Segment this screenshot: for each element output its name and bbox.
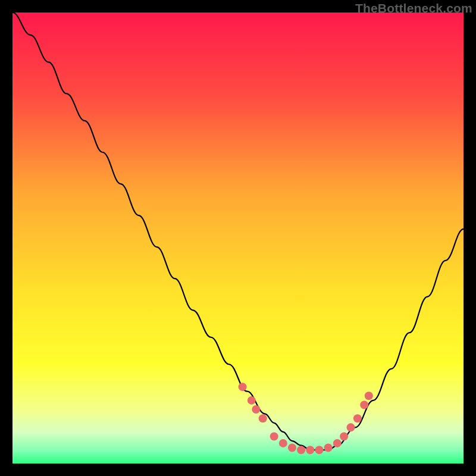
chart-frame	[12, 12, 464, 464]
marker-dot	[306, 446, 314, 454]
watermark-text: TheBottleneck.com	[355, 1, 472, 15]
marker-dot	[360, 400, 368, 409]
marker-dot	[297, 446, 305, 454]
marker-dot	[347, 423, 355, 431]
marker-dot	[365, 392, 373, 400]
marker-dot	[315, 446, 323, 454]
marker-dot	[324, 443, 333, 452]
marker-dot	[259, 414, 267, 422]
marker-dot	[333, 439, 342, 447]
chart-svg	[12, 12, 464, 464]
chart-background	[12, 12, 464, 464]
marker-dot	[270, 433, 278, 441]
marker-dot	[288, 443, 296, 452]
marker-dot	[279, 439, 287, 447]
marker-dot	[353, 414, 362, 422]
marker-dot	[340, 433, 348, 441]
marker-dot	[239, 383, 247, 391]
marker-dot	[248, 396, 256, 405]
marker-dot	[252, 405, 260, 414]
